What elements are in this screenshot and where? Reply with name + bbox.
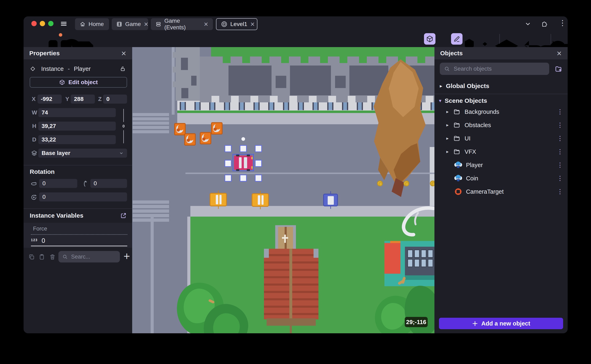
rotation-z-input[interactable]: 0 xyxy=(39,192,127,202)
yellow-car-instance[interactable] xyxy=(252,193,269,207)
coin-instance[interactable] xyxy=(377,181,383,186)
rotation-y-input[interactable]: 0 xyxy=(90,179,127,188)
crate-instance[interactable] xyxy=(184,133,196,146)
extensions-puzzle-icon[interactable] xyxy=(541,20,548,27)
selection-handle[interactable] xyxy=(255,175,262,182)
paste-clipboard-icon[interactable] xyxy=(38,254,45,260)
traffic-zoom-button[interactable] xyxy=(48,21,53,26)
kebab-menu-icon[interactable]: ⋮ xyxy=(557,175,563,181)
variable-value[interactable]: 0 xyxy=(42,237,45,244)
chevron-down-icon xyxy=(119,151,124,156)
scene-canvas[interactable]: 29;-116 xyxy=(132,47,434,333)
selection-handle[interactable] xyxy=(225,160,232,167)
edit-object-button[interactable]: Edit object xyxy=(30,77,127,88)
properties-close-icon[interactable]: × xyxy=(121,50,126,57)
scene-objects-group[interactable]: ▾ Scene Objects xyxy=(439,96,562,105)
selection-handle[interactable] xyxy=(255,145,262,152)
instances-list-icon[interactable] xyxy=(464,35,471,43)
tab-close-icon[interactable]: × xyxy=(204,21,208,27)
player-car-instance[interactable] xyxy=(234,156,253,170)
copy-icon[interactable] xyxy=(28,254,35,260)
unlock-icon[interactable] xyxy=(120,65,126,72)
selection-handle[interactable] xyxy=(255,160,262,167)
traffic-close-button[interactable] xyxy=(31,21,37,26)
church-tower[interactable] xyxy=(275,225,296,249)
grid-icon[interactable] xyxy=(488,35,496,43)
rotation-handle[interactable] xyxy=(241,137,245,141)
trash-icon[interactable] xyxy=(540,35,548,43)
undo-icon[interactable] xyxy=(504,35,512,43)
kebab-menu-icon[interactable]: ⋮ xyxy=(557,122,563,128)
crate-instance[interactable] xyxy=(200,132,211,144)
layer-select[interactable]: Base layer xyxy=(38,149,127,158)
selection-handle[interactable] xyxy=(240,175,247,182)
objects-blocks-icon[interactable] xyxy=(438,35,446,43)
traffic-minimize-button[interactable] xyxy=(40,21,45,26)
link-dimensions-icon[interactable] xyxy=(120,122,127,130)
object-row-obstacles[interactable]: ▸ Obstacles ⋮ xyxy=(434,118,568,132)
kebab-menu-icon[interactable]: ⋮ xyxy=(557,135,563,142)
object-row-cameratarget[interactable]: CameraTarget ⋮ xyxy=(434,185,568,198)
edit-mode-toggle[interactable] xyxy=(451,33,463,45)
history-icon[interactable] xyxy=(41,35,49,43)
object-row-ui[interactable]: ▸ UI ⋮ xyxy=(434,132,568,145)
object-row-vfx[interactable]: ▸ VFX ⋮ xyxy=(434,145,568,158)
coin-instance[interactable] xyxy=(404,181,409,186)
tab-close-icon[interactable]: × xyxy=(250,21,255,27)
external-link-icon[interactable] xyxy=(120,212,127,219)
add-folder-icon[interactable] xyxy=(555,65,562,73)
scene-properties-icon[interactable] xyxy=(556,35,563,43)
variable-name[interactable]: Force xyxy=(33,226,47,232)
h-input[interactable]: 39,27 xyxy=(38,122,116,131)
blue-car-instance[interactable] xyxy=(323,194,338,206)
window-chevron-down-icon[interactable] xyxy=(525,20,531,27)
objects-close-icon[interactable]: × xyxy=(556,50,562,57)
church-roof[interactable] xyxy=(264,249,319,319)
tab-close-icon[interactable]: × xyxy=(144,21,148,27)
z-input[interactable]: 0 xyxy=(103,95,127,104)
coin-instance[interactable] xyxy=(430,181,434,186)
objects-search-input[interactable] xyxy=(453,65,545,72)
y-input[interactable]: 288 xyxy=(71,95,95,104)
tab-game-events[interactable]: Game (Events) × xyxy=(151,18,213,30)
rotation-title: Rotation xyxy=(30,168,55,175)
objects-search-box[interactable] xyxy=(440,63,549,75)
delete-trash-icon[interactable] xyxy=(49,254,56,260)
project-manager-icon[interactable] xyxy=(28,35,36,43)
kebab-menu-icon[interactable]: ⋮ xyxy=(557,149,563,155)
crate-instance[interactable] xyxy=(174,123,186,135)
global-objects-group[interactable]: ▸ Global Objects xyxy=(440,81,563,91)
rotation-x-input[interactable]: 0 xyxy=(39,179,77,188)
yellow-car-instance[interactable] xyxy=(210,193,227,206)
kebab-menu-icon[interactable]: ⋮ xyxy=(557,188,563,195)
object-row-coin[interactable]: Coin ⋮ xyxy=(434,172,568,185)
d-input[interactable]: 33,22 xyxy=(38,135,116,144)
redo-icon[interactable] xyxy=(516,35,524,43)
autumn-tree-instance[interactable] xyxy=(349,55,434,211)
add-new-object-button[interactable]: + Add a new object xyxy=(439,318,563,329)
hamburger-menu-icon[interactable] xyxy=(60,20,67,27)
object-row-player[interactable]: Player ⋮ xyxy=(434,158,568,172)
x-input[interactable]: -992 xyxy=(38,95,62,104)
tab-home[interactable]: Home xyxy=(75,18,109,30)
tab-level1[interactable]: Level1 × xyxy=(216,18,257,30)
variables-search-box[interactable] xyxy=(58,251,120,262)
window-kebab-menu-icon[interactable]: ⋮ xyxy=(559,19,566,27)
kebab-menu-icon[interactable]: ⋮ xyxy=(557,109,563,115)
layers-icon[interactable] xyxy=(476,35,484,43)
kebab-menu-icon[interactable]: ⋮ xyxy=(557,162,563,168)
zoom-in-icon[interactable] xyxy=(529,35,536,43)
rotate-y-icon xyxy=(81,180,89,188)
white-branch-instance[interactable] xyxy=(396,205,434,240)
selection-handle[interactable] xyxy=(225,145,232,152)
view-3d-toggle[interactable] xyxy=(424,33,435,45)
object-row-backgrounds[interactable]: ▸ Backgrounds ⋮ xyxy=(434,105,568,118)
selection-handle[interactable] xyxy=(225,175,232,182)
w-input[interactable]: 74 xyxy=(38,108,116,117)
variables-search-input[interactable] xyxy=(71,254,116,260)
tab-game[interactable]: Game × xyxy=(112,18,148,30)
selection-handle[interactable] xyxy=(240,145,247,152)
add-variable-plus-icon[interactable]: + xyxy=(123,252,130,260)
crate-instance[interactable] xyxy=(211,122,223,135)
teal-building-instance[interactable] xyxy=(385,241,434,286)
